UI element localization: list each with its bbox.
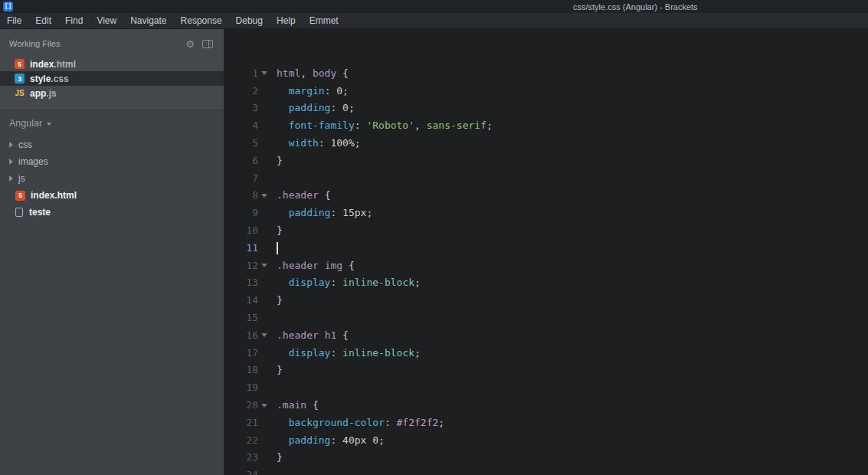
line-number[interactable]: 10 (224, 224, 258, 236)
code-text: } (270, 451, 283, 463)
code-line-20[interactable]: 20.main { (224, 396, 868, 414)
code-line-6[interactable]: 6} (224, 152, 868, 169)
line-number[interactable]: 4 (224, 120, 258, 131)
chevron-right-icon[interactable] (9, 175, 13, 182)
line-number[interactable]: 23 (224, 451, 258, 463)
fold-arrow-icon[interactable] (258, 403, 270, 408)
code-line-16[interactable]: 16.header h1 { (224, 326, 868, 344)
code-line-8[interactable]: 8.header { (224, 187, 868, 205)
menu-item-help[interactable]: Help (270, 13, 303, 28)
token-pun: { (342, 329, 349, 341)
line-number[interactable]: 12 (224, 260, 258, 271)
menu-item-response[interactable]: Response (174, 13, 229, 28)
token-pln (277, 434, 289, 446)
line-number[interactable]: 14 (224, 294, 258, 306)
gear-icon[interactable]: ⚙ (185, 39, 195, 49)
code-line-2[interactable]: 2 margin: 0; (224, 82, 868, 100)
token-pun: : (355, 120, 361, 131)
line-number[interactable]: 2 (224, 85, 258, 97)
line-number[interactable]: 22 (224, 434, 258, 446)
code-area: 1html, body {2 margin: 0;3 padding: 0;4 … (224, 29, 868, 475)
code-line-23[interactable]: 23} (224, 449, 868, 467)
tree-item-js[interactable]: js (0, 170, 224, 187)
token-pun: ; (486, 120, 493, 131)
code-line-17[interactable]: 17 display: inline-block; (224, 344, 868, 362)
fold-arrow-icon[interactable] (258, 70, 270, 75)
token-prop: padding (289, 434, 331, 446)
code-line-1[interactable]: 1html, body { (224, 64, 868, 82)
code-line-10[interactable]: 10} (224, 221, 868, 239)
line-number[interactable]: 9 (224, 207, 258, 218)
code-line-24[interactable]: 24 (224, 466, 868, 475)
line-number[interactable]: 24 (224, 469, 258, 475)
menu-item-navigate[interactable]: Navigate (123, 13, 173, 28)
menu-item-find[interactable]: Find (58, 13, 90, 28)
token-hex: #f2f2f2 (397, 417, 439, 428)
token-pun: } (277, 155, 283, 166)
line-number[interactable]: 5 (224, 137, 258, 149)
code-line-19[interactable]: 19 (224, 378, 868, 396)
line-number[interactable]: 20 (224, 399, 258, 411)
code-text: html, body { (270, 67, 349, 79)
fold-arrow-icon[interactable] (258, 263, 270, 267)
token-pln (342, 260, 349, 271)
line-number[interactable]: 15 (224, 312, 258, 323)
menu-item-emmet[interactable]: Emmet (303, 13, 346, 28)
token-pln (336, 67, 342, 79)
menu-item-edit[interactable]: Edit (28, 13, 58, 28)
line-number[interactable]: 8 (224, 189, 258, 201)
project-switcher[interactable]: Angular (0, 110, 224, 136)
code-line-13[interactable]: 13 display: inline-block; (224, 274, 868, 292)
code-line-12[interactable]: 12.header img { (224, 257, 868, 274)
code-line-18[interactable]: 18} (224, 362, 868, 379)
tree-item-teste[interactable]: teste (0, 204, 224, 221)
code-line-9[interactable]: 9 padding: 15px; (224, 204, 868, 221)
line-number[interactable]: 1 (224, 67, 258, 79)
token-pun: , (414, 120, 421, 131)
code-line-3[interactable]: 3 padding: 0; (224, 100, 868, 117)
line-number[interactable]: 21 (224, 417, 258, 428)
token-pun: ; (349, 102, 355, 113)
line-number[interactable]: 7 (224, 172, 258, 184)
tree-item-index-html[interactable]: 5index.html (0, 187, 224, 204)
code-line-5[interactable]: 5 width: 100%; (224, 134, 868, 152)
line-number[interactable]: 16 (224, 329, 258, 341)
line-number[interactable]: 11 (224, 242, 258, 254)
token-str: 'Roboto' (366, 120, 414, 131)
chevron-down-icon (47, 123, 51, 126)
token-pun: ; (414, 347, 421, 359)
line-number[interactable]: 3 (224, 102, 258, 113)
code-line-14[interactable]: 14} (224, 291, 868, 309)
code-line-11[interactable]: 11 (224, 239, 868, 257)
working-file-index.html[interactable]: 5index.html (0, 57, 224, 71)
menu-item-view[interactable]: View (90, 13, 123, 28)
line-number[interactable]: 6 (224, 155, 258, 166)
code-line-21[interactable]: 21 background-color: #f2f2f2; (224, 414, 868, 431)
token-num: 0 (342, 102, 349, 113)
working-file-style.css[interactable]: 3style.css (0, 71, 224, 86)
chevron-right-icon[interactable] (9, 142, 13, 148)
split-view-icon[interactable] (202, 40, 213, 48)
token-prop: width (289, 137, 319, 149)
token-sel: .main (277, 399, 306, 411)
triangle-down-icon (261, 333, 267, 337)
code-line-22[interactable]: 22 padding: 40px 0; (224, 431, 868, 449)
file-name: index (30, 59, 54, 70)
line-number[interactable]: 13 (224, 277, 258, 288)
line-number[interactable]: 17 (224, 347, 258, 359)
working-file-app.js[interactable]: JSapp.js (0, 86, 224, 100)
fold-arrow-icon[interactable] (258, 332, 270, 337)
code-line-7[interactable]: 7 (224, 169, 868, 187)
line-number[interactable]: 18 (224, 364, 258, 375)
menu-item-debug[interactable]: Debug (229, 13, 270, 28)
code-line-15[interactable]: 15 (224, 309, 868, 326)
tree-item-images[interactable]: images (0, 153, 224, 170)
code-line-4[interactable]: 4 font-family: 'Roboto', sans-serif; (224, 116, 868, 134)
working-files-header-icons: ⚙ (185, 39, 213, 49)
menu-item-file[interactable]: File (0, 13, 28, 28)
editor[interactable]: 1html, body {2 margin: 0;3 padding: 0;4 … (224, 29, 868, 475)
fold-arrow-icon[interactable] (258, 193, 270, 198)
line-number[interactable]: 19 (224, 382, 258, 393)
chevron-right-icon[interactable] (9, 159, 13, 165)
tree-item-css[interactable]: css (0, 136, 224, 153)
